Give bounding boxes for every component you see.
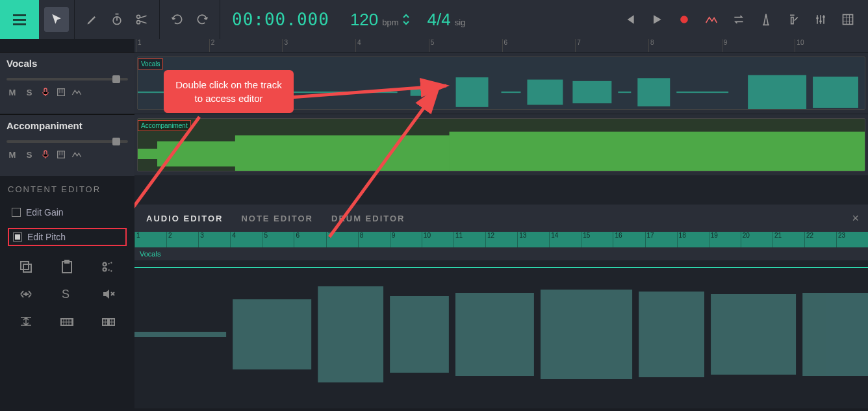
edit-gain-checkbox[interactable]: Edit Gain [8, 205, 127, 220]
svg-rect-39 [318, 286, 383, 382]
piano-icon[interactable] [56, 87, 66, 97]
track-panel: Vocals M S Accompaniment M S [0, 39, 134, 411]
automation-icon[interactable] [71, 87, 82, 97]
tab-drum-editor[interactable]: DRUM EDITOR [331, 214, 405, 223]
svg-point-3 [680, 16, 688, 23]
svg-rect-26 [527, 80, 563, 105]
svg-rect-12 [21, 262, 29, 269]
svg-rect-13 [23, 264, 31, 272]
mute-button[interactable]: M [6, 88, 18, 97]
mute-tool-button[interactable] [96, 286, 121, 302]
editor-panel: AUDIO EDITOR NOTE EDITOR DRUM EDITOR × 1… [134, 205, 868, 411]
grid2-tool-button[interactable] [96, 314, 121, 329]
tempo-value: 120 [350, 10, 378, 30]
volume-slider[interactable] [6, 78, 128, 81]
svg-rect-42 [541, 290, 632, 379]
tempo-unit: bpm [382, 18, 398, 27]
record-button[interactable] [672, 7, 696, 32]
mic-icon[interactable] [40, 87, 51, 97]
svg-rect-44 [711, 294, 796, 375]
svg-rect-45 [802, 293, 868, 376]
content-editor-title: CONTENT EDITOR [8, 184, 127, 194]
hamburger-menu-button[interactable] [0, 0, 39, 39]
pointer-tool-button[interactable] [44, 7, 69, 32]
svg-rect-38 [233, 299, 311, 369]
tab-audio-editor[interactable]: AUDIO EDITOR [146, 214, 223, 223]
svg-rect-30 [676, 92, 728, 93]
snap-tool-button[interactable]: S [55, 286, 81, 302]
paste-tool-button[interactable] [55, 259, 81, 275]
svg-rect-43 [639, 292, 704, 377]
timesig-display[interactable]: 4/4 sig [418, 10, 475, 30]
cut-tool-button[interactable] [96, 259, 121, 275]
track-header-accompaniment[interactable]: Accompaniment M S [0, 114, 134, 176]
svg-rect-23 [411, 88, 437, 95]
svg-rect-40 [390, 296, 449, 373]
svg-rect-5 [819, 21, 821, 23]
tempo-display[interactable]: 120 bpm [341, 10, 418, 30]
grid1-tool-button[interactable] [55, 314, 81, 329]
svg-rect-37 [134, 332, 226, 337]
svg-rect-27 [572, 81, 611, 103]
timesig-unit: sig [455, 18, 466, 27]
svg-rect-31 [748, 75, 806, 110]
play-button[interactable] [645, 7, 669, 32]
svg-rect-6 [823, 16, 824, 18]
rewind-button[interactable] [617, 7, 642, 32]
editor-waveform-graphic [134, 260, 868, 408]
svg-point-16 [103, 263, 107, 266]
svg-point-17 [103, 268, 107, 271]
svg-point-1 [137, 15, 140, 18]
waveform-graphic [138, 128, 865, 171]
volume-slider[interactable] [6, 140, 128, 143]
timesig-value: 4/4 [428, 10, 451, 30]
undo-button[interactable] [165, 7, 190, 32]
svg-rect-28 [618, 92, 631, 93]
editor-waveform-area[interactable] [134, 260, 868, 408]
svg-rect-24 [456, 77, 489, 107]
edit-pitch-checkbox[interactable]: Edit Pitch [8, 228, 127, 246]
pencil-tool-button[interactable] [80, 7, 105, 32]
time-display[interactable]: 00:00.000 [220, 10, 341, 29]
solo-button[interactable]: S [23, 150, 35, 160]
mute-button[interactable]: M [6, 150, 18, 160]
track-name-label: Accompaniment [6, 120, 128, 131]
redo-button[interactable] [190, 7, 214, 32]
master-button[interactable] [781, 7, 806, 32]
track-lane-accompaniment[interactable]: Accompaniment [134, 114, 868, 175]
main-toolbar: 00:00.000 120 bpm 4/4 sig [0, 0, 868, 39]
piano-icon[interactable] [56, 149, 66, 160]
svg-rect-36 [450, 132, 865, 171]
mic-icon[interactable] [40, 149, 51, 160]
close-editor-button[interactable]: × [852, 212, 859, 225]
spinner-icon[interactable] [403, 14, 409, 25]
timeline-ruler[interactable]: 12345678910 [134, 39, 868, 52]
svg-rect-25 [502, 92, 521, 93]
mixer-button[interactable] [808, 7, 833, 32]
editor-clip-name: Vocals [134, 247, 868, 260]
metronome-button[interactable] [754, 7, 778, 32]
grid-button[interactable] [836, 7, 860, 32]
automation-icon[interactable] [71, 149, 82, 160]
loop-button[interactable] [726, 7, 751, 32]
svg-point-2 [137, 21, 140, 24]
copy-tool-button[interactable] [13, 259, 39, 275]
align-tool-button[interactable] [13, 314, 39, 329]
stopwatch-tool-button[interactable] [105, 7, 129, 32]
edit-gain-label: Edit Gain [26, 207, 64, 218]
content-editor-panel: CONTENT EDITOR Edit Gain Edit Pitch S [0, 177, 134, 337]
automation-button[interactable] [699, 7, 724, 32]
tab-note-editor[interactable]: NOTE EDITOR [241, 214, 313, 223]
solo-button[interactable]: S [23, 88, 35, 97]
editor-ruler[interactable]: 1234567891011121314151617181920212223 [134, 232, 868, 247]
svg-rect-4 [816, 18, 818, 19]
trim-tool-button[interactable] [13, 286, 39, 302]
track-header-vocals[interactable]: Vocals M S [0, 52, 134, 114]
svg-text:S: S [62, 288, 70, 301]
svg-rect-41 [455, 293, 534, 376]
svg-rect-32 [813, 77, 858, 108]
track-name-label: Vocals [6, 58, 128, 69]
tutorial-callout: Double click on the track to access edit… [164, 70, 294, 113]
scissors-tool-button[interactable] [129, 7, 154, 32]
arrangement-area: 12345678910 Vocals Accompaniment AUDIO E… [134, 39, 868, 411]
